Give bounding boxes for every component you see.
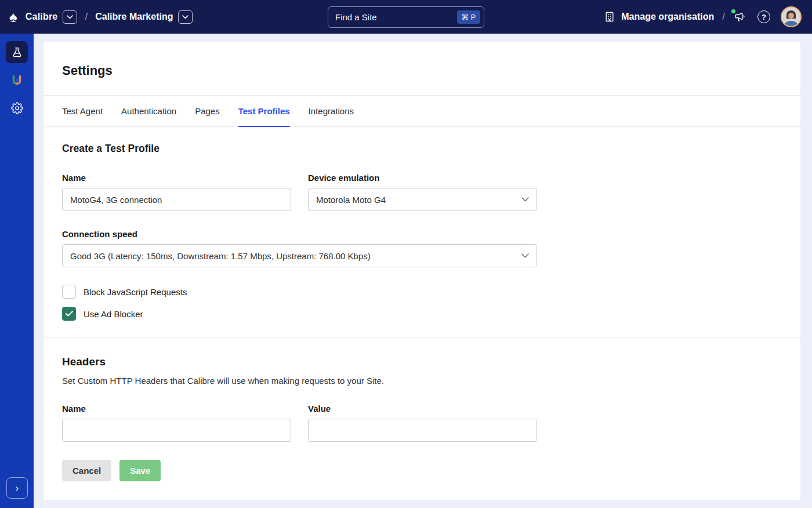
- ad-blocker-label: Use Ad Blocker: [84, 309, 143, 319]
- org-name: Calibre Marketing: [95, 12, 173, 22]
- search-input[interactable]: [335, 12, 457, 22]
- tab-integrations[interactable]: Integrations: [309, 96, 354, 127]
- keyboard-shortcut-badge: ⌘ P: [457, 10, 480, 24]
- connection-speed-label: Connection speed: [62, 229, 537, 239]
- checkmark-icon: [66, 311, 73, 317]
- calibre-logo-icon[interactable]: ♠: [9, 9, 17, 24]
- device-emulation-select[interactable]: Motorola Moto G4: [308, 188, 537, 211]
- announcements-button[interactable]: [733, 10, 747, 23]
- tab-test-profiles[interactable]: Test Profiles: [238, 96, 290, 127]
- divider: [44, 337, 800, 338]
- chevron-down-icon: [67, 15, 73, 19]
- brand-switcher-button[interactable]: [63, 10, 77, 24]
- device-emulation-value: Motorola Moto G4: [316, 195, 386, 205]
- top-navbar: ♠ Calibre / Calibre Marketing ⌘ P Manage…: [0, 0, 812, 34]
- headers-description: Set Custom HTTP Headers that Calibre wil…: [62, 376, 782, 386]
- u-logo-icon: [10, 74, 23, 86]
- profile-name-input[interactable]: [62, 188, 291, 211]
- sidebar-item-tests[interactable]: [6, 41, 28, 63]
- header-name-label: Name: [62, 404, 291, 413]
- page-title: Settings: [62, 42, 782, 95]
- connection-speed-select[interactable]: Good 3G (Latency: 150ms, Downstream: 1.5…: [62, 244, 537, 267]
- header-value-input[interactable]: [308, 419, 537, 442]
- user-avatar[interactable]: [781, 6, 802, 27]
- chevron-down-icon: [521, 253, 529, 258]
- ad-blocker-checkbox[interactable]: [62, 307, 76, 321]
- building-icon: [604, 11, 615, 23]
- device-emulation-label: Device emulation: [308, 173, 537, 183]
- header-name-input[interactable]: [62, 419, 291, 442]
- sidebar-item-settings[interactable]: [6, 97, 28, 119]
- ad-blocker-checkbox-row: Use Ad Blocker: [62, 307, 782, 321]
- connection-speed-value: Good 3G (Latency: 150ms, Downstream: 1.5…: [70, 251, 371, 261]
- name-label: Name: [62, 173, 291, 183]
- cancel-button[interactable]: Cancel: [62, 460, 111, 481]
- chevron-right-icon: ›: [16, 483, 19, 494]
- settings-tabs: Test Agent Authentication Pages Test Pro…: [44, 96, 800, 127]
- gear-icon: [11, 102, 23, 114]
- block-js-label: Block JavaScript Requests: [84, 287, 187, 297]
- megaphone-icon: [733, 10, 747, 23]
- separator: /: [722, 11, 725, 23]
- block-js-checkbox[interactable]: [62, 285, 76, 299]
- flask-icon: [11, 46, 23, 59]
- chevron-down-icon: [521, 197, 529, 202]
- tab-pages[interactable]: Pages: [195, 96, 220, 127]
- settings-panel: Settings Test Agent Authentication Pages…: [44, 42, 800, 500]
- find-site-search[interactable]: ⌘ P: [328, 6, 484, 28]
- sidebar-item-app[interactable]: [6, 69, 28, 91]
- save-button[interactable]: Save: [119, 460, 161, 481]
- left-sidebar: ›: [0, 34, 34, 508]
- sidebar-expand-button[interactable]: ›: [6, 477, 28, 499]
- chevron-down-icon: [182, 15, 188, 19]
- notification-dot: [731, 9, 735, 13]
- help-button[interactable]: ?: [757, 10, 770, 23]
- org-switcher-button[interactable]: [178, 10, 193, 24]
- brand-name: Calibre: [26, 12, 58, 22]
- breadcrumb-separator: /: [85, 11, 88, 23]
- header-value-label: Value: [308, 404, 537, 413]
- headers-heading: Headers: [62, 355, 782, 368]
- create-profile-heading: Create a Test Profile: [62, 143, 782, 155]
- block-js-checkbox-row: Block JavaScript Requests: [62, 285, 782, 299]
- tab-authentication[interactable]: Authentication: [121, 96, 176, 127]
- tab-test-agent[interactable]: Test Agent: [62, 96, 103, 127]
- manage-organisation-link[interactable]: Manage organisation: [621, 12, 714, 22]
